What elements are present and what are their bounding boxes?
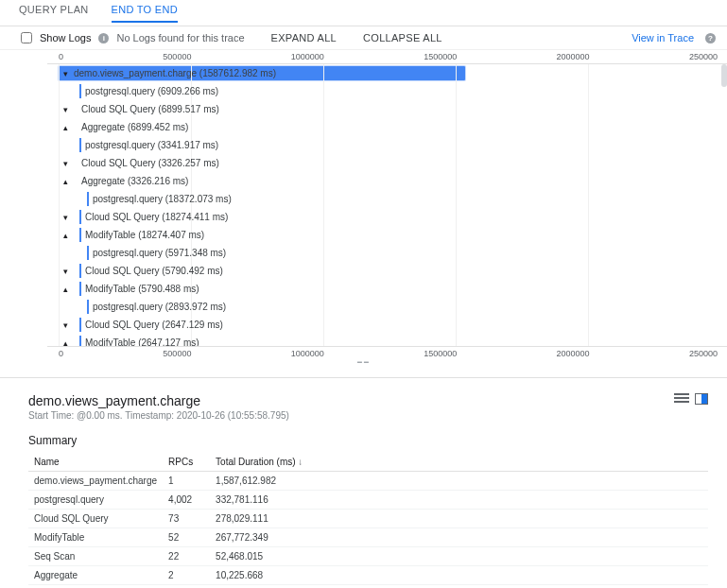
span-label: Cloud SQL Query (3326.257 ms) [79, 158, 219, 168]
span-row[interactable]: ▴ModifyTable (2647.127 ms) [59, 334, 727, 347]
cell-name: Cloud SQL Query [28, 510, 163, 528]
chevron-down-icon[interactable]: ▾ [59, 320, 72, 330]
axis-tick: 2000000 [557, 52, 590, 61]
axis-tick: 2000000 [557, 349, 590, 358]
cell-name: Seq Scan [28, 547, 163, 566]
show-logs-checkbox[interactable] [21, 32, 32, 43]
axis-tick: 250000 [689, 349, 718, 358]
span-row[interactable]: postgresql.query (5971.348 ms) [59, 244, 727, 262]
span-label: ModifyTable (2647.127 ms) [83, 337, 199, 347]
span-row[interactable]: ▴Aggregate (6899.452 ms) [59, 118, 727, 136]
span-row[interactable]: ▾Cloud SQL Query (18274.411 ms) [59, 208, 727, 226]
cell-rpcs: 73 [163, 510, 210, 528]
cell-name: demo.views_payment.charge [28, 472, 163, 491]
chevron-up-icon[interactable]: ▴ [59, 285, 72, 294]
span-row[interactable]: postgresql.query (3341.917 ms) [59, 136, 727, 154]
info-icon[interactable]: i [98, 33, 109, 43]
axis-tick: 250000 [689, 52, 718, 61]
table-row[interactable]: Seq Scan2252,468.015 [28, 547, 708, 566]
detail-title: demo.views_payment.charge [28, 393, 289, 408]
expand-all-button[interactable]: EXPAND ALL [271, 32, 337, 43]
span-tick [79, 138, 81, 152]
table-row[interactable]: demo.views_payment.charge11,587,612.982 [28, 472, 708, 491]
span-row[interactable]: ▾demo.views_payment.charge (1587612.982 … [59, 64, 727, 82]
table-row[interactable]: Aggregate210,225.668 [28, 566, 708, 585]
cell-rpcs: 22 [163, 547, 210, 566]
tab-bar: QUERY PLAN END TO END [0, 0, 727, 26]
collapse-all-button[interactable]: COLLAPSE ALL [363, 32, 442, 43]
span-row[interactable]: postgresql.query (6909.266 ms) [59, 82, 727, 100]
cell-duration: 332,781.116 [210, 491, 708, 510]
cell-name: Index Scan [28, 585, 163, 589]
span-tick [87, 300, 89, 314]
chevron-down-icon[interactable]: ▾ [59, 267, 72, 276]
cell-rpcs: 51 [163, 585, 210, 589]
cell-rpcs: 2 [163, 566, 210, 585]
span-row[interactable]: ▴Aggregate (3326.216 ms) [59, 172, 727, 190]
split-view-icon[interactable] [695, 393, 708, 405]
span-label: postgresql.query (6909.266 ms) [83, 86, 218, 96]
span-row[interactable]: postgresql.query (18372.073 ms) [59, 190, 727, 208]
chevron-down-icon[interactable]: ▾ [59, 69, 72, 78]
trace-waterfall[interactable]: ▾demo.views_payment.charge (1587612.982 … [47, 63, 727, 347]
span-row[interactable]: ▾Cloud SQL Query (6899.517 ms) [59, 100, 727, 118]
timeline-axis-top: 0 500000 1000000 1500000 2000000 250000 [0, 50, 727, 63]
view-in-trace-link[interactable]: View in Trace [632, 32, 694, 43]
axis-tick: 1500000 [424, 349, 457, 358]
trace-toolbar: Show Logs i No Logs found for this trace… [0, 26, 727, 50]
list-view-icon[interactable] [674, 393, 689, 405]
span-label: Aggregate (3326.216 ms) [79, 176, 188, 186]
cell-name: Aggregate [28, 566, 163, 585]
span-label: postgresql.query (2893.972 ms) [91, 302, 226, 312]
span-tick [79, 210, 81, 224]
axis-tick: 1000000 [291, 349, 324, 358]
table-row[interactable]: ModifyTable52267,772.349 [28, 528, 708, 547]
detail-subtitle: Start Time: @0.00 ms. Timestamp: 2020-10… [28, 410, 289, 421]
col-name[interactable]: Name [28, 453, 163, 472]
tab-query-plan[interactable]: QUERY PLAN [19, 4, 89, 23]
table-row[interactable]: Index Scan5131.38 [28, 585, 708, 589]
col-rpcs[interactable]: RPCs [163, 453, 210, 472]
span-tick [87, 246, 89, 260]
cell-rpcs: 4,002 [163, 491, 210, 510]
no-logs-text: No Logs found for this trace [116, 32, 244, 43]
span-detail-panel: demo.views_payment.charge Start Time: @0… [0, 377, 727, 588]
span-row[interactable]: ▴ModifyTable (18274.407 ms) [59, 226, 727, 244]
chevron-down-icon[interactable]: ▾ [59, 105, 72, 114]
chevron-down-icon[interactable]: ▾ [59, 213, 72, 222]
axis-tick: 1000000 [291, 52, 324, 61]
table-row[interactable]: postgresql.query4,002332,781.116 [28, 491, 708, 510]
span-label: Aggregate (6899.452 ms) [79, 122, 188, 132]
span-row[interactable]: ▾Cloud SQL Query (2647.129 ms) [59, 316, 727, 334]
span-label: ModifyTable (5790.488 ms) [83, 284, 199, 294]
panel-resize-handle[interactable]: ━━ [0, 360, 727, 364]
timeline-axis-bottom: 0 500000 1000000 1500000 2000000 250000 [0, 347, 727, 360]
chevron-up-icon[interactable]: ▴ [59, 123, 72, 132]
summary-heading: Summary [28, 434, 708, 447]
span-row[interactable]: postgresql.query (2893.972 ms) [59, 298, 727, 316]
cell-duration: 267,772.349 [210, 528, 708, 547]
span-row[interactable]: ▴ModifyTable (5790.488 ms) [59, 280, 727, 298]
tab-end-to-end[interactable]: END TO END [112, 4, 178, 23]
chevron-down-icon[interactable]: ▾ [59, 159, 72, 168]
span-tick [79, 228, 81, 242]
cell-rpcs: 52 [163, 528, 210, 547]
chevron-up-icon[interactable]: ▴ [59, 177, 72, 186]
chevron-up-icon[interactable]: ▴ [59, 231, 72, 240]
span-tick [79, 84, 81, 98]
chevron-up-icon[interactable]: ▴ [59, 338, 72, 348]
span-tick [79, 318, 81, 332]
span-label: Cloud SQL Query (6899.517 ms) [79, 104, 219, 114]
span-label: postgresql.query (3341.917 ms) [83, 140, 218, 150]
span-row[interactable]: ▾Cloud SQL Query (3326.257 ms) [59, 154, 727, 172]
col-duration[interactable]: Total Duration (ms) [210, 453, 708, 472]
span-label: ModifyTable (18274.407 ms) [83, 230, 204, 240]
cell-name: postgresql.query [28, 491, 163, 510]
info-icon[interactable]: ? [705, 33, 716, 43]
axis-tick: 500000 [163, 349, 191, 358]
table-row[interactable]: Cloud SQL Query73278,029.111 [28, 510, 708, 528]
span-row[interactable]: ▾Cloud SQL Query (5790.492 ms) [59, 262, 727, 280]
show-logs-label: Show Logs [40, 32, 91, 43]
cell-duration: 31.38 [210, 585, 708, 589]
cell-name: ModifyTable [28, 528, 163, 547]
